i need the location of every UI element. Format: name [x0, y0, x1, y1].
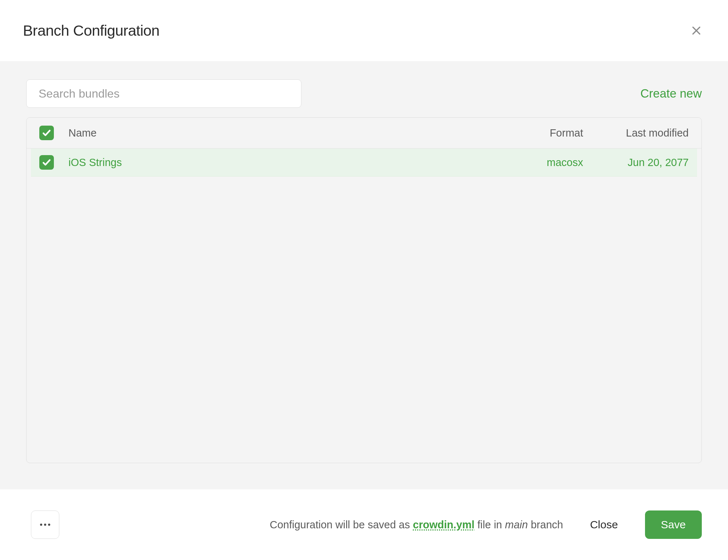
save-button[interactable]: Save — [645, 510, 702, 539]
svg-point-4 — [48, 524, 50, 526]
close-button[interactable]: Close — [582, 512, 626, 537]
branch-name: main — [505, 519, 528, 531]
search-row: Create new — [26, 79, 702, 108]
modal-header: Branch Configuration — [0, 0, 728, 61]
row-check-cell — [39, 155, 68, 170]
modal-footer: Configuration will be saved as crowdin.y… — [0, 489, 728, 560]
save-info-suffix: branch — [528, 519, 563, 531]
modal-body: Create new Name Format Last modified — [0, 61, 728, 489]
row-format: macosx — [488, 157, 583, 169]
select-all-checkbox[interactable] — [39, 126, 54, 140]
create-new-button[interactable]: Create new — [640, 87, 702, 100]
more-menu-button[interactable] — [31, 510, 59, 539]
col-header-name[interactable]: Name — [68, 127, 488, 139]
svg-point-3 — [44, 524, 46, 526]
row-checkbox[interactable] — [39, 155, 54, 170]
svg-point-2 — [40, 524, 42, 526]
footer-left — [31, 510, 59, 539]
table-body: iOS Strings macosx Jun 20, 2077 — [27, 149, 701, 463]
row-name: iOS Strings — [68, 157, 488, 169]
page-title: Branch Configuration — [23, 22, 159, 39]
bundles-table: Name Format Last modified iOS Strings ma… — [26, 117, 702, 463]
save-info-text: Configuration will be saved as crowdin.y… — [270, 519, 563, 531]
save-info-prefix: Configuration will be saved as — [270, 519, 413, 531]
row-modified: Jun 20, 2077 — [583, 157, 689, 169]
table-header-row: Name Format Last modified — [27, 118, 701, 149]
col-header-modified[interactable]: Last modified — [583, 127, 689, 139]
close-icon[interactable] — [688, 22, 705, 39]
search-input[interactable] — [26, 79, 301, 108]
col-header-format[interactable]: Format — [488, 127, 583, 139]
save-info-mid: file in — [474, 519, 505, 531]
branch-config-modal: Branch Configuration Create new — [0, 0, 728, 560]
select-all-cell — [39, 126, 68, 140]
footer-right: Configuration will be saved as crowdin.y… — [270, 510, 702, 539]
table-row[interactable]: iOS Strings macosx Jun 20, 2077 — [31, 149, 697, 177]
config-file-link[interactable]: crowdin.yml — [413, 519, 474, 531]
